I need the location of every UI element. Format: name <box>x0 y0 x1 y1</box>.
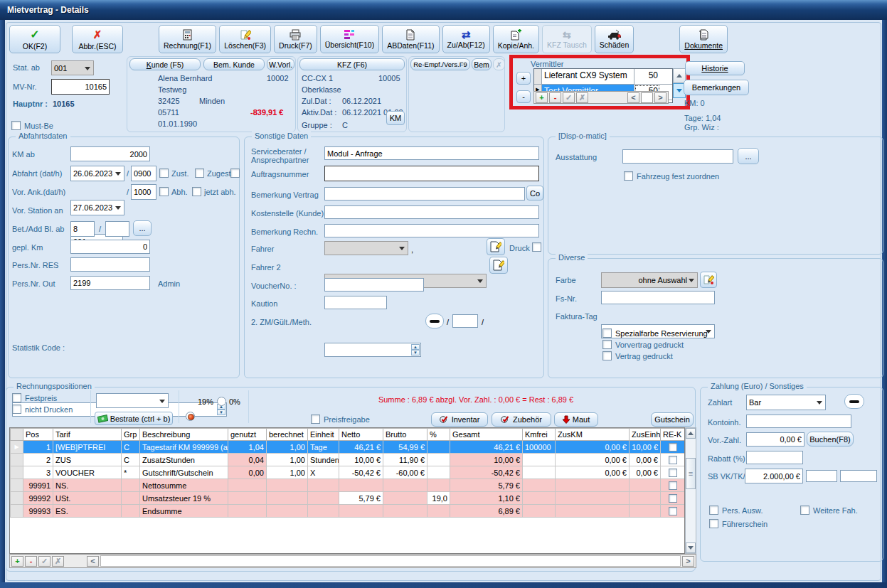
vat19-radio[interactable] <box>186 412 195 421</box>
cell-sel[interactable]: ▶ <box>11 441 23 454</box>
cell-berechnet[interactable] <box>267 492 308 505</box>
nicht-drucken-checkbox[interactable] <box>12 405 21 414</box>
column-header-tarif[interactable]: Tarif <box>53 429 122 441</box>
vertrag-gedruckt-checkbox[interactable] <box>602 351 612 360</box>
kaution-input[interactable] <box>324 296 387 309</box>
preisfreigabe-checkbox[interactable] <box>311 415 320 424</box>
cell-zuseinh[interactable] <box>630 505 661 518</box>
cell-prozent[interactable]: 19,0 <box>427 492 450 505</box>
table-row[interactable]: 99992USt.Umsatzsteuer 19 %5,79 €19,01,10… <box>11 492 685 505</box>
cell-rek[interactable] <box>661 441 685 454</box>
co-button[interactable]: Co <box>526 186 543 201</box>
cell-grp[interactable] <box>122 505 140 518</box>
cell-sel[interactable] <box>11 492 23 505</box>
re-k-checkbox[interactable] <box>669 443 677 451</box>
abh-checkbox[interactable] <box>159 187 169 196</box>
re-k-checkbox[interactable] <box>669 494 677 503</box>
zm-input[interactable] <box>452 314 478 328</box>
bestrate-button[interactable]: Bestrate (ctrl + b) <box>95 412 173 425</box>
vorzahl-input[interactable] <box>746 432 804 447</box>
column-header-grp[interactable]: Grp <box>122 429 140 441</box>
cell-einheit[interactable]: Tage <box>308 441 339 454</box>
cell-berechnet[interactable]: 1,00 <box>267 466 308 479</box>
table-row[interactable]: ▶1[WEB]PTFREICTagestarif KM 999999 (all1… <box>11 441 685 454</box>
re-k-checkbox[interactable] <box>669 469 677 477</box>
cell-einheit[interactable] <box>308 479 339 492</box>
cell-netto[interactable]: 10,00 € <box>339 454 383 466</box>
cell-beschreibung[interactable]: Umsatzsteuer 19 % <box>140 492 228 505</box>
zuab-button[interactable]: ⇄ Zu/Ab(F12) <box>442 25 490 53</box>
documents-button[interactable]: Dokumente <box>679 25 728 53</box>
cell-tarif[interactable]: ZUS <box>53 454 122 466</box>
cell-zuskm[interactable] <box>556 492 630 505</box>
fuehrerschein-checkbox[interactable] <box>709 519 718 528</box>
cell-tarif[interactable]: NS. <box>53 479 122 492</box>
cell-beschreibung[interactable]: Endsumme <box>140 505 228 518</box>
vorank-date-select[interactable]: 27.06.2023 <box>70 200 124 215</box>
cell-zuseinh[interactable]: 10,00 € <box>630 441 661 454</box>
fahrer2-edit-button[interactable] <box>489 257 508 274</box>
kontoinh-input[interactable] <box>746 415 851 428</box>
zm-select[interactable]: ▲▼ <box>324 343 421 357</box>
cell-grp[interactable]: C <box>122 454 140 466</box>
cell-genutzt[interactable] <box>228 479 267 492</box>
cell-rek[interactable] <box>661 492 685 505</box>
km-ab-input[interactable] <box>70 146 150 161</box>
sb-extra-input[interactable] <box>840 470 877 482</box>
inventar-button[interactable]: Inventar <box>431 412 488 427</box>
table-row[interactable]: 99993ES.Endsumme6,89 € <box>11 505 685 518</box>
add-position-button[interactable]: + <box>11 556 23 567</box>
spezialfarbe-checkbox[interactable] <box>602 328 612 338</box>
table-row[interactable]: 2ZUSCZusatzStunden0,041,00Stunden10,00 €… <box>11 454 685 466</box>
zm-dash-button[interactable] <box>425 314 444 328</box>
spinner-buttons[interactable]: ▲▼ <box>411 344 420 356</box>
delete-button[interactable]: Löschen(F3) <box>219 25 271 53</box>
extra-checkbox[interactable] <box>230 169 240 178</box>
column-header-beschreibung[interactable]: Beschreibung <box>140 429 228 441</box>
cell-kmfrei[interactable] <box>523 505 556 518</box>
cell-brutto[interactable] <box>383 505 427 518</box>
bemerkungen-button[interactable]: Bemerkungen <box>684 80 749 95</box>
cell-grp[interactable]: * <box>122 466 140 479</box>
cell-zuskm[interactable] <box>556 505 630 518</box>
jetzt-abh-checkbox[interactable] <box>192 187 201 196</box>
wvorl-button[interactable]: W.Vorl. <box>267 58 294 70</box>
column-header-genutzt[interactable]: genutzt <box>228 429 267 441</box>
cell-berechnet[interactable]: 1,00 <box>267 454 308 466</box>
cell-zuseinh[interactable] <box>630 479 661 492</box>
cell-netto[interactable] <box>339 505 383 518</box>
cell-einheit[interactable]: Stunden <box>308 454 339 466</box>
cell-sel[interactable] <box>11 454 23 466</box>
column-header-sel[interactable] <box>11 429 23 441</box>
zahlart-dash-button[interactable] <box>844 394 864 409</box>
cell-tarif[interactable]: [WEB]PTFREI <box>53 441 122 454</box>
cell-pos[interactable]: 99993 <box>23 505 53 518</box>
cell-genutzt[interactable] <box>228 505 267 518</box>
vorvertrag-checkbox[interactable] <box>602 340 612 349</box>
cell-gesamt[interactable]: 6,89 € <box>450 505 523 518</box>
cell-gesamt[interactable]: 46,21 € <box>450 441 523 454</box>
cell-prozent[interactable] <box>427 505 450 518</box>
vscroll-thumb[interactable]: ≡ <box>686 458 696 489</box>
must-be-checkbox[interactable] <box>11 121 21 130</box>
cell-zuskm[interactable]: 0,00 € <box>556 466 630 479</box>
cell-pos[interactable]: 2 <box>23 454 53 466</box>
cell-sel[interactable] <box>11 479 23 492</box>
cell-prozent[interactable] <box>427 454 450 466</box>
bet-input-2[interactable] <box>105 221 129 237</box>
hscroll-right-button[interactable]: > <box>682 556 694 567</box>
cell-sel[interactable] <box>11 505 23 518</box>
zahlart-select[interactable]: Bar <box>746 395 826 410</box>
persnr-res-input[interactable] <box>70 257 150 272</box>
cell-berechnet[interactable] <box>267 505 308 518</box>
scroll-down-button[interactable] <box>686 542 696 553</box>
damage-button[interactable]: Schäden <box>595 25 634 53</box>
rabatt-input[interactable] <box>746 451 803 464</box>
cell-kmfrei[interactable]: 100000 <box>523 441 556 454</box>
abfahrt-time-input[interactable] <box>131 166 156 181</box>
cell-brutto[interactable]: 54,99 € <box>383 441 427 454</box>
abort-button[interactable]: ✗ Abbr.(ESC) <box>72 25 123 53</box>
cell-netto[interactable] <box>339 479 383 492</box>
cell-tarif[interactable]: USt. <box>53 492 122 505</box>
zubehoer-button[interactable]: Zubehör <box>492 412 551 427</box>
